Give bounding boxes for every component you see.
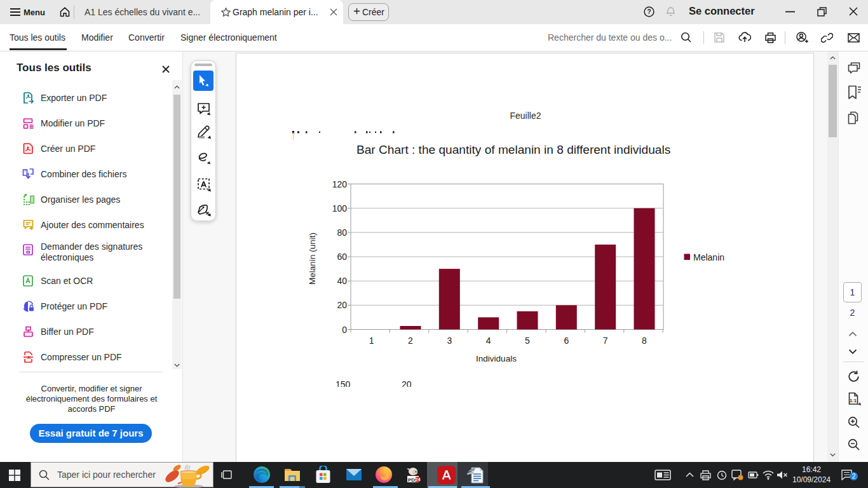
svg-text:4: 4 bbox=[486, 336, 491, 346]
svg-text:3: 3 bbox=[447, 336, 452, 346]
svg-text:1: 1 bbox=[369, 336, 374, 346]
svg-text:120: 120 bbox=[332, 179, 348, 189]
svg-text:0: 0 bbox=[342, 325, 347, 335]
svg-text:Individuals: Individuals bbox=[476, 354, 517, 363]
svg-text:24: 24 bbox=[415, 477, 421, 482]
svg-text:7: 7 bbox=[603, 336, 608, 346]
svg-text:1:1: 1:1 bbox=[850, 398, 857, 403]
svg-text:40: 40 bbox=[337, 276, 347, 286]
svg-text:60: 60 bbox=[337, 252, 347, 262]
svg-text:100: 100 bbox=[332, 203, 348, 214]
svg-text:Melanin (unit): Melanin (unit) bbox=[308, 233, 317, 285]
svg-text:8: 8 bbox=[642, 336, 647, 346]
svg-text:5: 5 bbox=[525, 336, 530, 346]
svg-text:80: 80 bbox=[337, 227, 347, 238]
svg-text:6: 6 bbox=[564, 336, 569, 346]
svg-text:20: 20 bbox=[337, 300, 347, 310]
svg-text:Melanin: Melanin bbox=[693, 252, 724, 262]
svg-text:?: ? bbox=[647, 8, 651, 15]
svg-text:2: 2 bbox=[408, 336, 413, 346]
